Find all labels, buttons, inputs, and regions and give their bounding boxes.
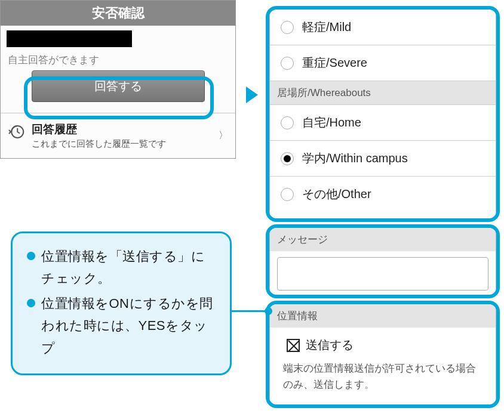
instruction-callout: 位置情報を「送信する」にチェック。 位置情報をONにするかを問われた時には、YE…	[11, 231, 232, 375]
radio-label: その他/Other	[302, 186, 371, 202]
history-text: 回答履歴 これまでに回答した履歴一覧です	[32, 122, 213, 150]
user-row	[1, 26, 235, 50]
safety-check-panel: 安否確認 自主回答ができます 回答する 回答履歴 これまでに回答した履歴一覧です…	[0, 0, 236, 159]
radio-icon-selected	[281, 152, 294, 165]
whereabouts-header: 居場所/Whereabouts	[270, 81, 496, 105]
message-input[interactable]	[277, 257, 488, 291]
form-section-location: 位置情報 送信する 端末の位置情報送信が許可されている場合のみ、送信します。	[266, 301, 500, 408]
history-row[interactable]: 回答履歴 これまでに回答した履歴一覧です 〉	[1, 113, 235, 158]
radio-label: 学内/Within campus	[302, 150, 408, 166]
form-section-options: 軽症/Mild 重症/Severe 居場所/Whereabouts 自宅/Hom…	[266, 6, 500, 222]
history-icon	[8, 123, 26, 141]
user-name-redacted	[7, 30, 132, 47]
callout-item: 位置情報を「送信する」にチェック。	[27, 245, 218, 290]
radio-icon	[281, 116, 294, 129]
callout-item: 位置情報をONにするかを問われた時には、YESをタップ	[27, 292, 218, 359]
radio-label: 軽症/Mild	[302, 19, 351, 35]
location-note: 端末の位置情報送信が許可されている場合のみ、送信します。	[270, 358, 496, 400]
right-column: 軽症/Mild 重症/Severe 居場所/Whereabouts 自宅/Hom…	[266, 6, 500, 410]
history-title: 回答履歴	[32, 122, 213, 137]
answer-button[interactable]: 回答する	[32, 70, 205, 102]
form-section-message: メッセージ	[266, 224, 500, 298]
location-checkbox-row[interactable]: 送信する	[270, 328, 496, 358]
left-column: 安否確認 自主回答ができます 回答する 回答履歴 これまでに回答した履歴一覧です…	[0, 0, 236, 159]
radio-option-home[interactable]: 自宅/Home	[270, 105, 496, 141]
panel-title: 安否確認	[1, 1, 235, 26]
chevron-right-icon: 〉	[219, 129, 228, 142]
message-header: メッセージ	[270, 228, 496, 251]
radio-label: 自宅/Home	[302, 115, 361, 131]
callout-connector-line	[231, 310, 269, 312]
checkbox-icon	[287, 339, 300, 352]
radio-icon	[281, 21, 294, 34]
radio-icon	[281, 188, 294, 201]
self-answer-label: 自主回答ができます	[1, 50, 235, 68]
checkbox-label: 送信する	[306, 337, 354, 353]
radio-label: 重症/Severe	[302, 55, 367, 71]
arrow-right-icon	[246, 87, 258, 103]
radio-option-mild[interactable]: 軽症/Mild	[270, 10, 496, 45]
radio-option-severe[interactable]: 重症/Severe	[270, 45, 496, 81]
history-desc: これまでに回答した履歴一覧です	[32, 138, 213, 150]
radio-option-other[interactable]: その他/Other	[270, 177, 496, 212]
radio-icon	[281, 57, 294, 70]
location-header: 位置情報	[270, 304, 496, 328]
radio-option-campus[interactable]: 学内/Within campus	[270, 141, 496, 177]
